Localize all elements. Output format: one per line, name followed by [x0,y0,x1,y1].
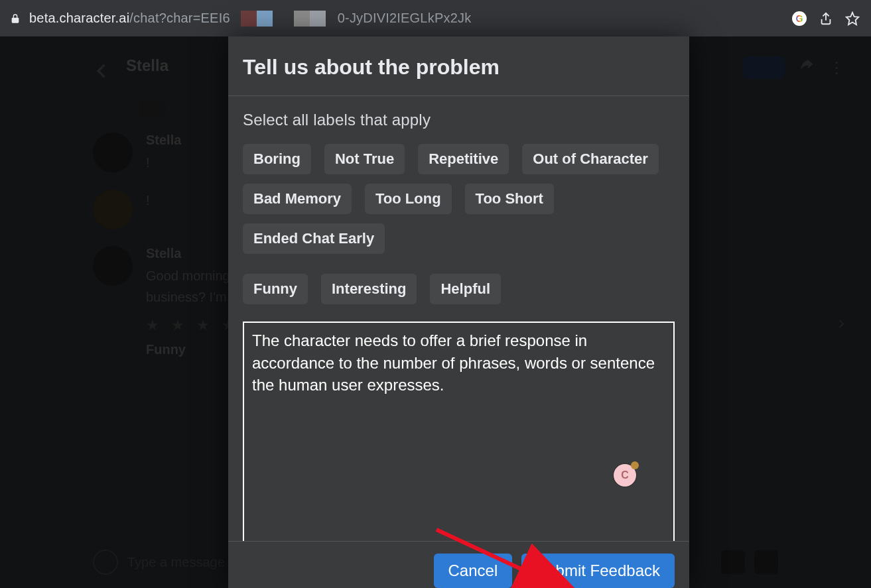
quick-tag[interactable]: Funny [146,342,186,357]
feedback-modal: Tell us about the problem Select all lab… [228,36,689,588]
modal-title: Tell us about the problem [228,36,689,96]
url-host: beta.character.ai [29,11,129,25]
svg-marker-0 [846,12,858,24]
lock-icon [9,13,21,25]
chip-ended-chat-early[interactable]: Ended Chat Early [243,223,385,254]
google-account-icon[interactable]: G [790,9,809,28]
cancel-button[interactable]: Cancel [434,554,513,588]
feedback-textarea-wrap: C [243,322,675,541]
submit-feedback-button[interactable]: Submit Feedback [521,554,675,588]
kebab-menu-icon[interactable]: ⋮ [829,58,844,77]
chip-interesting[interactable]: Interesting [321,274,417,304]
chip-helpful[interactable]: Helpful [430,274,501,304]
browser-address-bar: beta.character.ai/chat?char=EEI6 0-JyDIV… [0,0,871,36]
avatar [93,246,133,286]
label-chip-row-negative: Boring Not True Repetitive Out of Charac… [243,144,675,254]
redaction-block-2 [294,11,326,27]
avatar [93,133,133,172]
chip-repetitive[interactable]: Repetitive [418,144,509,174]
next-message-icon[interactable]: › [838,312,844,333]
avatar [93,190,133,229]
modal-footer: Cancel Submit Feedback [228,541,689,588]
chip-funny[interactable]: Funny [243,274,308,304]
chip-too-long[interactable]: Too Long [365,184,452,214]
back-icon[interactable] [93,62,113,82]
url-text[interactable]: beta.character.ai/chat?char=EEI6 [29,11,230,26]
character-title: Stella [126,56,168,75]
input-tool-1[interactable] [721,550,745,574]
chip-not-true[interactable]: Not True [324,144,405,174]
chip-too-short[interactable]: Too Short [465,184,554,214]
header-pill[interactable] [743,56,785,79]
attach-icon[interactable] [93,550,118,575]
feedback-textarea[interactable] [243,322,675,541]
url-tail: 0-JyDIVI2IEGLkPx2Jk [338,11,472,25]
chip-bad-memory[interactable]: Bad Memory [243,184,352,214]
grammarly-icon[interactable]: C [614,464,636,487]
url-path: /chat?char=EEI6 [129,11,230,25]
character-subtitle [126,75,168,87]
chip-boring[interactable]: Boring [243,144,311,174]
input-tool-2[interactable] [754,550,778,574]
bookmark-star-icon[interactable] [843,9,862,28]
share-arrow-icon[interactable] [798,58,815,78]
context-badge [139,100,165,116]
label-chip-row-positive: Funny Interesting Helpful [243,274,675,304]
modal-subhead: Select all labels that apply [243,111,675,129]
redaction-block-1 [241,11,273,27]
chip-out-of-character[interactable]: Out of Character [522,144,659,174]
share-icon[interactable] [817,9,835,28]
